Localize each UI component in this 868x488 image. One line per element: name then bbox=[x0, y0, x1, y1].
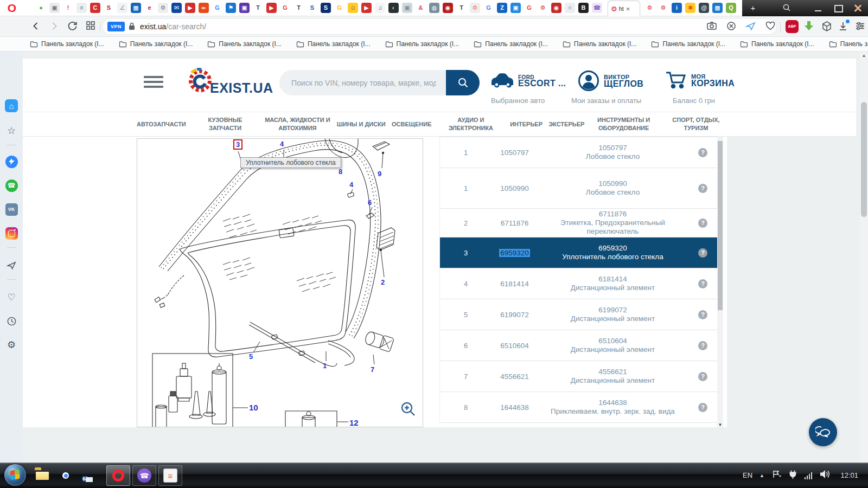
part-code-link[interactable]: 1644638 bbox=[492, 403, 538, 412]
tab-favicon[interactable]: ∞ bbox=[199, 3, 209, 13]
bookmark-folder[interactable]: Панель закладок (І... bbox=[829, 40, 868, 48]
table-row[interactable]: 1 1050797 1050797Лобовое стекло ? bbox=[440, 137, 717, 168]
diagram-part-number[interactable]: 2 bbox=[381, 278, 385, 286]
help-icon[interactable]: ? bbox=[698, 248, 707, 258]
help-icon[interactable]: ? bbox=[698, 219, 707, 228]
tab-favicon[interactable]: Z bbox=[497, 3, 507, 13]
part-description-link[interactable]: 6181414Дистанционный элемент bbox=[538, 275, 688, 292]
tab-favicon[interactable]: S bbox=[104, 3, 114, 13]
tab-favicon[interactable]: ▶ bbox=[361, 3, 372, 13]
tab-close-icon[interactable]: × bbox=[626, 5, 630, 13]
tab-favicon[interactable]: S bbox=[321, 3, 331, 13]
part-description-link[interactable]: 6510604Дистанционный элемент bbox=[538, 337, 688, 354]
chat-widget-button[interactable] bbox=[809, 418, 837, 446]
viber-taskbar-button[interactable]: ☎ bbox=[132, 465, 156, 486]
cart-balance-caption[interactable]: Баланс 0 грн bbox=[673, 97, 715, 105]
tab-favicon[interactable]: G bbox=[212, 3, 222, 13]
table-row[interactable]: 1 1050990 1050990Лобовое стекло ? bbox=[440, 168, 717, 209]
table-row[interactable]: 7 4556621 4556621Дистанционный элемент ? bbox=[440, 361, 717, 392]
tab-favicon[interactable]: T bbox=[293, 3, 304, 13]
tab-favicon[interactable]: ▣ bbox=[510, 3, 521, 13]
nav-menu-item[interactable]: АУДИО И ЭЛЕКТРОНИКА bbox=[438, 116, 504, 132]
diagram-part-number[interactable]: 6 bbox=[368, 198, 372, 207]
start-button[interactable] bbox=[4, 464, 26, 486]
tab-favicon[interactable]: T bbox=[456, 3, 467, 13]
bookmark-folder[interactable]: Панель закладок (І... bbox=[563, 40, 637, 48]
help-icon[interactable]: ? bbox=[698, 148, 707, 157]
table-row[interactable]: 5 6199072 6199072Дистанционный элемент ? bbox=[440, 299, 717, 330]
nav-menu-item[interactable]: СПОРТ, ОТДЫХ, ТУРИЗМ bbox=[663, 116, 729, 132]
part-code-link[interactable]: 6711876 bbox=[492, 219, 538, 227]
lock-icon[interactable] bbox=[128, 22, 136, 33]
speed-dial-home-icon[interactable]: ⌂ bbox=[5, 99, 18, 112]
page-scrollbar[interactable]: ▲ bbox=[860, 52, 868, 463]
bookmark-folder[interactable]: Панель закладок (І... bbox=[30, 40, 104, 48]
part-description-link[interactable]: 6959320Уплотнитель лобового стекла bbox=[538, 244, 688, 261]
tab-favicon[interactable]: ≡ bbox=[565, 3, 575, 13]
bookmark-folder[interactable]: Панель закладок (І... bbox=[740, 40, 814, 48]
cart-icon[interactable] bbox=[665, 70, 688, 92]
opera-taskbar-button[interactable] bbox=[106, 465, 130, 486]
diagram-part-number[interactable]: 5 bbox=[249, 352, 253, 361]
history-clock-icon[interactable] bbox=[5, 314, 18, 328]
help-icon[interactable]: ? bbox=[698, 184, 707, 193]
bookmark-folder[interactable]: Панель закладок (І... bbox=[119, 40, 193, 48]
table-row[interactable]: 2 6711876 6711876Этикетка, Предохранител… bbox=[440, 209, 717, 237]
zoom-in-icon[interactable] bbox=[400, 401, 416, 419]
tab-favicon[interactable]: e bbox=[144, 3, 155, 13]
tab-favicon[interactable]: ⚙ bbox=[644, 3, 655, 13]
tab-favicon[interactable]: ◉ bbox=[551, 3, 561, 13]
part-code-link[interactable]: 6510604 bbox=[492, 342, 538, 350]
table-row[interactable]: 6 6510604 6510604Дистанционный элемент ? bbox=[440, 330, 717, 361]
tab-favicon[interactable]: T bbox=[253, 3, 263, 13]
bookmark-folder[interactable]: Панель закладок (І... bbox=[474, 40, 548, 48]
nav-menu-item[interactable]: ИНТЕРЬЕР bbox=[510, 120, 542, 129]
clock[interactable]: 12:01 bbox=[840, 471, 858, 479]
selected-car-icon[interactable] bbox=[490, 71, 515, 92]
tab-favicon[interactable]: ● bbox=[36, 3, 46, 13]
extension-cube-icon[interactable] bbox=[821, 21, 832, 34]
part-code-link[interactable]: 1050797 bbox=[492, 149, 538, 157]
tab-favicon[interactable]: ▶ bbox=[185, 3, 195, 13]
tab-favicon[interactable]: G bbox=[524, 3, 534, 13]
vehicle-caption[interactable]: Выбранное авто bbox=[491, 97, 545, 105]
settings-gear-icon[interactable]: ⚙ bbox=[5, 338, 18, 351]
speed-dial-icon[interactable] bbox=[86, 21, 95, 33]
easy-setup-sliders-icon[interactable] bbox=[855, 21, 865, 34]
bookmark-heart-icon[interactable] bbox=[765, 21, 776, 33]
language-indicator[interactable]: EN bbox=[743, 471, 752, 479]
bookmarks-star-icon[interactable]: ☆ bbox=[5, 124, 18, 137]
tab-favicon[interactable]: & bbox=[416, 3, 426, 13]
page-scrollbar-thumb[interactable] bbox=[861, 102, 867, 217]
vpn-badge[interactable]: VPN bbox=[107, 22, 125, 31]
tab-favicon[interactable]: ⚙ bbox=[658, 3, 668, 13]
vehicle-model[interactable]: ESCORT ... bbox=[518, 79, 566, 88]
cart-line2[interactable]: КОРЗИНА bbox=[691, 79, 735, 88]
table-row[interactable]: 4 6181414 6181414Дистанционный элемент ? bbox=[440, 268, 717, 299]
total-commander-icon[interactable]: 64 bbox=[82, 468, 88, 488]
tab-favicon[interactable]: ✉ bbox=[171, 3, 182, 13]
downloads-icon[interactable] bbox=[838, 21, 848, 34]
network-signal-icon[interactable] bbox=[805, 472, 813, 479]
tab-favicon[interactable]: @ bbox=[699, 3, 709, 13]
tab-favicon[interactable]: ⚙ bbox=[538, 3, 548, 13]
user-avatar-icon[interactable] bbox=[578, 70, 599, 94]
url-text[interactable]: exist.ua/car-search/ bbox=[140, 22, 206, 31]
nav-menu-item[interactable]: МАСЛА, ЖИДКОСТИ И АВТОХИМИЯ bbox=[264, 116, 330, 132]
diagram-part-number[interactable]: 4 bbox=[349, 181, 353, 189]
tab-favicon[interactable]: ≡ bbox=[76, 3, 87, 13]
tab-favicon[interactable]: ▶ bbox=[266, 3, 277, 13]
opera-menu-button[interactable]: O bbox=[5, 1, 18, 15]
save-download-extension-icon[interactable] bbox=[803, 20, 815, 35]
new-tab-button[interactable]: + bbox=[749, 4, 757, 12]
volume-speaker-icon[interactable] bbox=[819, 470, 830, 481]
tab-favicon[interactable]: ▣ bbox=[49, 3, 60, 13]
part-description-link[interactable]: 6711876Этикетка, Предохранительный перек… bbox=[538, 210, 688, 236]
help-icon[interactable]: ? bbox=[698, 310, 707, 319]
table-row[interactable]: 3 6959320 6959320Уплотнитель лобового ст… bbox=[440, 237, 717, 268]
user-caption[interactable]: Мои заказы и оплаты bbox=[571, 97, 641, 105]
window-minimize-button[interactable] bbox=[813, 3, 825, 13]
user-last-name[interactable]: ЩЕГЛОВ bbox=[604, 79, 643, 89]
whatsapp-icon[interactable]: ☎ bbox=[5, 179, 18, 192]
tab-favicon[interactable]: ⚙ bbox=[470, 3, 480, 13]
